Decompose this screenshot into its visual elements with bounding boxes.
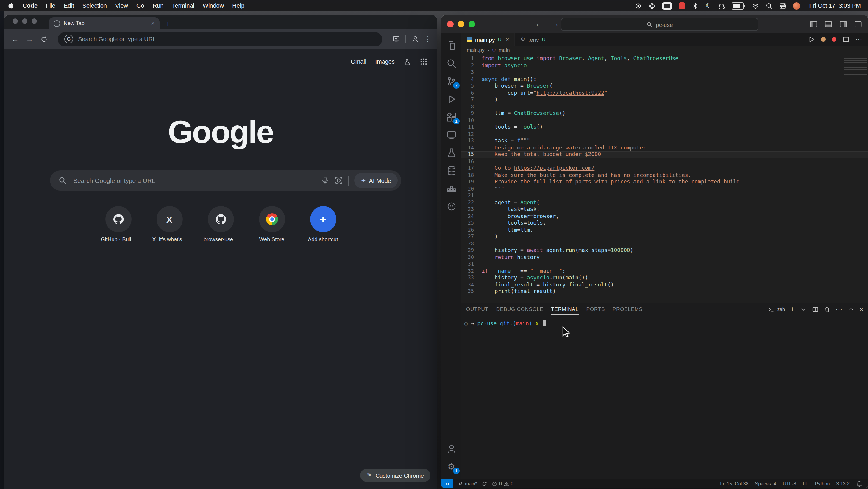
status-item-3-13-2[interactable]: 3.13.2 xyxy=(836,481,850,486)
screen-mirroring-icon[interactable] xyxy=(662,2,673,9)
new-tab-button[interactable]: + xyxy=(162,17,174,29)
sync-item[interactable] xyxy=(482,481,487,486)
shortcut-2[interactable]: XX. It's what's... xyxy=(144,206,195,242)
activity-testing[interactable] xyxy=(441,144,461,161)
security-icon[interactable] xyxy=(679,2,685,9)
close-tab-icon[interactable]: × xyxy=(506,36,509,42)
close-window-button[interactable] xyxy=(12,19,18,24)
activity-search[interactable] xyxy=(441,54,461,72)
shortcut-5[interactable]: +Add shortcut xyxy=(298,206,348,242)
extension-red-icon[interactable] xyxy=(832,37,836,42)
battery-icon[interactable] xyxy=(732,2,746,9)
close-panel-icon[interactable]: × xyxy=(859,306,863,312)
activity-account[interactable] xyxy=(441,439,461,457)
images-link[interactable]: Images xyxy=(375,58,395,65)
focus-icon[interactable]: ☾ xyxy=(706,2,712,9)
close-tab-icon[interactable]: × xyxy=(151,20,155,27)
panel-tab-output[interactable]: OUTPUT xyxy=(466,303,489,315)
shortcut-1[interactable]: GitHub · Buil... xyxy=(93,206,144,242)
forward-button[interactable]: → xyxy=(24,34,34,44)
extension-orange-icon[interactable] xyxy=(821,37,826,42)
ai-mode-button[interactable]: ✦ AI Mode xyxy=(354,173,398,188)
panel-tab-debug-console[interactable]: DEBUG CONSOLE xyxy=(496,303,544,315)
gmail-link[interactable]: Gmail xyxy=(351,58,366,65)
status-item-utf-8[interactable]: UTF-8 xyxy=(783,481,796,486)
activity-copilot[interactable] xyxy=(441,197,461,215)
terminal[interactable]: ○ → pc-use git:(main) ✗ xyxy=(461,315,868,479)
editor-tab-main.py[interactable]: main.pyU× xyxy=(461,33,515,46)
shortcut-3[interactable]: browser-use... xyxy=(195,206,246,242)
shell-selector[interactable]: zsh xyxy=(768,306,785,312)
menu-terminal[interactable]: Terminal xyxy=(172,2,194,9)
chrome-tab-new-tab[interactable]: New Tab × xyxy=(49,17,160,29)
split-editor-icon[interactable] xyxy=(842,36,849,43)
command-center-search[interactable]: pc-use xyxy=(561,18,758,31)
editor-tab-env[interactable]: ⚙.envU xyxy=(515,33,552,46)
breadcrumb-file[interactable]: main.py xyxy=(467,47,485,53)
status-item-python[interactable]: Python xyxy=(815,481,830,486)
activity-remote-explorer[interactable] xyxy=(441,126,461,144)
bluetooth-icon[interactable] xyxy=(692,2,699,9)
zoom-window-button[interactable] xyxy=(32,19,37,24)
breadcrumb-symbol[interactable]: main xyxy=(499,47,510,53)
select-shell-icon[interactable] xyxy=(800,306,806,312)
menubar-clock[interactable]: Fri Oct 17 3:03 PM xyxy=(809,2,861,9)
menu-view[interactable]: View xyxy=(115,2,128,9)
activity-database[interactable] xyxy=(441,161,461,179)
new-terminal-icon[interactable]: + xyxy=(790,306,795,313)
status-item-ln-15-col-38[interactable]: Ln 15, Col 38 xyxy=(720,481,748,486)
globe-icon[interactable] xyxy=(649,2,656,9)
search-labs-icon[interactable] xyxy=(404,58,411,65)
address-bar[interactable]: G Search Google or type a URL xyxy=(58,32,382,46)
activity-explorer[interactable] xyxy=(441,36,461,54)
run-python-file-icon[interactable] xyxy=(808,36,815,43)
menu-selection[interactable]: Selection xyxy=(83,2,107,9)
remote-indicator[interactable]: >< xyxy=(441,480,453,488)
customize-chrome-button[interactable]: ✎ Customize Chrome xyxy=(361,469,430,482)
apple-menu-icon[interactable] xyxy=(7,2,14,9)
problems-item[interactable]: 0 0 xyxy=(492,481,514,486)
toggle-panel-icon[interactable] xyxy=(825,20,832,28)
activity-containers[interactable] xyxy=(441,179,461,197)
activity-run-debug[interactable] xyxy=(441,90,461,108)
wifi-icon[interactable] xyxy=(752,2,760,9)
install-icon[interactable] xyxy=(391,35,401,43)
menu-go[interactable]: Go xyxy=(136,2,144,9)
breadcrumb[interactable]: main.py › ◇ main xyxy=(461,46,868,54)
toggle-secondary-sidebar-icon[interactable] xyxy=(839,20,847,28)
customize-layout-icon[interactable] xyxy=(854,20,862,28)
chrome-menu-icon[interactable]: ⋮ xyxy=(425,35,431,43)
chrome-window-controls[interactable] xyxy=(12,19,37,24)
activity-extensions[interactable]: 1 xyxy=(441,108,461,126)
control-center-icon[interactable] xyxy=(780,2,787,9)
search-input[interactable] xyxy=(72,176,315,185)
activity-settings[interactable]: ⚙1 xyxy=(441,457,461,475)
panel-tab-terminal[interactable]: TERMINAL xyxy=(551,303,578,315)
minimize-window-button[interactable] xyxy=(458,21,464,27)
code-editor[interactable]: 1from browser_use import Browser, Agent,… xyxy=(461,54,868,303)
google-search-bar[interactable]: ✦ AI Mode xyxy=(50,170,401,191)
profile-avatar-icon[interactable] xyxy=(410,35,420,43)
git-branch-item[interactable]: main* xyxy=(458,481,477,486)
activity-source-control[interactable]: 7 xyxy=(441,72,461,90)
status-item-spaces-4[interactable]: Spaces: 4 xyxy=(755,481,776,486)
history-forward-button[interactable]: → xyxy=(552,20,559,28)
menu-run[interactable]: Run xyxy=(153,2,164,9)
history-back-button[interactable]: ← xyxy=(535,20,542,28)
shortcut-4[interactable]: Web Store xyxy=(246,206,298,242)
split-terminal-icon[interactable] xyxy=(812,306,818,312)
notifications-bell-icon[interactable] xyxy=(856,480,863,487)
panel-tab-problems[interactable]: PROBLEMS xyxy=(613,303,643,315)
record-icon[interactable] xyxy=(635,2,642,9)
voice-search-icon[interactable] xyxy=(320,176,329,185)
menu-file[interactable]: File xyxy=(46,2,55,9)
more-actions-icon[interactable]: ⋯ xyxy=(836,306,842,312)
menu-help[interactable]: Help xyxy=(232,2,244,9)
menu-edit[interactable]: Edit xyxy=(64,2,74,9)
minimize-window-button[interactable] xyxy=(22,19,27,24)
back-button[interactable]: ← xyxy=(10,34,20,44)
zoom-window-button[interactable] xyxy=(468,21,475,27)
menubar-app-name[interactable]: Code xyxy=(23,2,37,9)
more-actions-icon[interactable]: ⋯ xyxy=(856,36,862,42)
spotlight-icon[interactable] xyxy=(766,2,773,9)
